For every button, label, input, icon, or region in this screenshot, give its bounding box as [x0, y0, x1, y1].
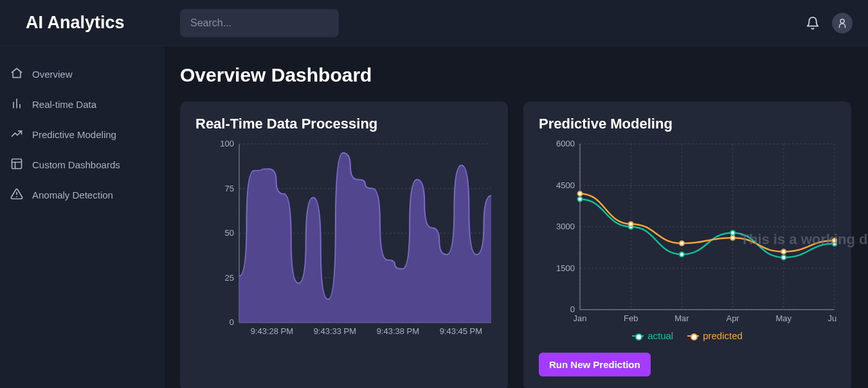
svg-text:0: 0	[230, 317, 234, 327]
svg-point-59	[781, 249, 786, 254]
main-content: Overview Dashboard Real-Time Data Proces…	[165, 46, 868, 388]
home-icon	[10, 67, 23, 82]
legend-item-predicted[interactable]: predicted	[687, 330, 743, 341]
svg-text:Feb: Feb	[624, 313, 638, 323]
realtime-card-title: Real-Time Data Processing	[195, 116, 493, 132]
svg-point-58	[730, 236, 735, 240]
svg-text:6000: 6000	[556, 139, 575, 148]
sidebar-item-label: Predictive Modeling	[32, 129, 116, 140]
bell-icon[interactable]	[802, 13, 823, 33]
svg-point-0	[840, 19, 844, 23]
svg-point-57	[680, 241, 684, 245]
svg-text:9:43:45 PM: 9:43:45 PM	[440, 326, 483, 336]
svg-point-55	[578, 191, 583, 196]
svg-text:Mar: Mar	[674, 313, 689, 323]
svg-point-53	[781, 255, 786, 260]
search-input[interactable]	[180, 9, 339, 37]
avatar[interactable]	[832, 13, 853, 33]
sidebar: Overview Real-time Data Predictive Model…	[0, 46, 165, 388]
svg-point-56	[629, 222, 633, 226]
svg-point-52	[730, 231, 735, 235]
svg-rect-4	[12, 159, 22, 169]
sidebar-item-label: Custom Dashboards	[32, 159, 120, 170]
svg-text:Jun: Jun	[828, 313, 837, 323]
svg-text:Apr: Apr	[726, 313, 739, 323]
trend-up-icon	[10, 127, 23, 142]
legend-swatch-actual	[632, 335, 644, 337]
realtime-card: Real-Time Data Processing 02550751009:43…	[180, 101, 508, 388]
page-title: Overview Dashboard	[180, 64, 853, 86]
svg-text:0: 0	[570, 304, 575, 314]
predictive-card-title: Predictive Modeling	[539, 116, 836, 132]
sidebar-item-label: Real-time Data	[32, 99, 96, 110]
sidebar-item-realtime[interactable]: Real-time Data	[8, 89, 157, 119]
legend-label: predicted	[703, 330, 743, 341]
sidebar-item-dashboards[interactable]: Custom Dashboards	[8, 150, 157, 180]
svg-text:9:43:28 PM: 9:43:28 PM	[251, 326, 294, 336]
sidebar-item-label: Anomaly Detection	[32, 190, 113, 200]
chart-bar-icon	[10, 97, 23, 112]
svg-text:50: 50	[225, 228, 234, 238]
svg-text:3000: 3000	[556, 222, 575, 231]
predictive-card: Predictive Modeling 01500300045006000Jan…	[523, 101, 851, 388]
svg-text:9:43:33 PM: 9:43:33 PM	[314, 326, 357, 336]
header: AI Analytics	[0, 0, 868, 46]
svg-point-60	[833, 238, 837, 243]
legend-label: actual	[647, 330, 673, 341]
svg-text:25: 25	[225, 273, 234, 283]
svg-text:75: 75	[225, 184, 234, 193]
run-prediction-button[interactable]: Run New Prediction	[539, 353, 651, 376]
svg-point-51	[680, 252, 684, 257]
svg-point-49	[578, 197, 583, 202]
svg-text:May: May	[776, 313, 792, 323]
svg-text:Jan: Jan	[574, 313, 587, 323]
predictive-legend: actual predicted	[539, 330, 836, 341]
legend-swatch-predicted	[687, 335, 699, 337]
sidebar-item-label: Overview	[32, 69, 73, 80]
sidebar-item-overview[interactable]: Overview	[8, 59, 157, 89]
predictive-chart: 01500300045006000JanFebMarAprMayJun	[539, 135, 837, 328]
svg-text:100: 100	[220, 139, 234, 148]
svg-text:9:43:38 PM: 9:43:38 PM	[377, 326, 420, 336]
layout-icon	[10, 157, 23, 172]
sidebar-item-anomaly[interactable]: Anomaly Detection	[8, 180, 157, 210]
app-logo: AI Analytics	[26, 13, 180, 33]
realtime-chart: 02550751009:43:28 PM9:43:33 PM9:43:38 PM…	[195, 135, 494, 340]
alert-triangle-icon	[10, 188, 23, 202]
sidebar-item-predictive[interactable]: Predictive Modeling	[8, 119, 157, 150]
svg-text:1500: 1500	[556, 263, 575, 273]
legend-item-actual[interactable]: actual	[632, 330, 673, 341]
svg-text:4500: 4500	[556, 181, 575, 190]
